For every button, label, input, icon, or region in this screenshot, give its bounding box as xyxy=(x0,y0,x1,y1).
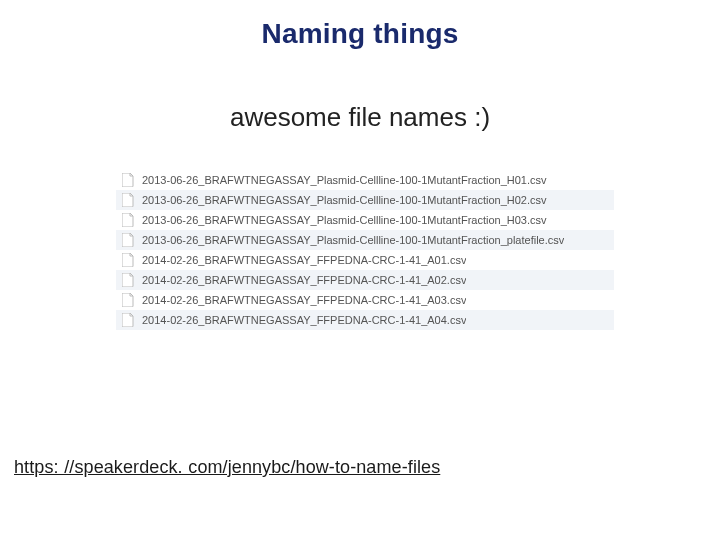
file-name: 2013-06-26_BRAFWTNEGASSAY_Plasmid-Cellli… xyxy=(142,174,547,186)
file-list: 2013-06-26_BRAFWTNEGASSAY_Plasmid-Cellli… xyxy=(116,170,614,330)
file-icon xyxy=(122,173,134,187)
slide-subtitle: awesome file names :) xyxy=(0,102,720,133)
file-name: 2013-06-26_BRAFWTNEGASSAY_Plasmid-Cellli… xyxy=(142,214,547,226)
file-row: 2014-02-26_BRAFWTNEGASSAY_FFPEDNA-CRC-1-… xyxy=(116,310,614,330)
file-row: 2013-06-26_BRAFWTNEGASSAY_Plasmid-Cellli… xyxy=(116,210,614,230)
file-name: 2014-02-26_BRAFWTNEGASSAY_FFPEDNA-CRC-1-… xyxy=(142,274,466,286)
file-row: 2014-02-26_BRAFWTNEGASSAY_FFPEDNA-CRC-1-… xyxy=(116,290,614,310)
file-row: 2014-02-26_BRAFWTNEGASSAY_FFPEDNA-CRC-1-… xyxy=(116,270,614,290)
file-icon xyxy=(122,313,134,327)
file-icon xyxy=(122,193,134,207)
file-row: 2013-06-26_BRAFWTNEGASSAY_Plasmid-Cellli… xyxy=(116,170,614,190)
file-icon xyxy=(122,273,134,287)
file-icon xyxy=(122,293,134,307)
file-icon xyxy=(122,213,134,227)
file-name: 2014-02-26_BRAFWTNEGASSAY_FFPEDNA-CRC-1-… xyxy=(142,294,466,306)
file-row: 2013-06-26_BRAFWTNEGASSAY_Plasmid-Cellli… xyxy=(116,190,614,210)
file-name: 2013-06-26_BRAFWTNEGASSAY_Plasmid-Cellli… xyxy=(142,234,564,246)
file-name: 2013-06-26_BRAFWTNEGASSAY_Plasmid-Cellli… xyxy=(142,194,547,206)
file-row: 2014-02-26_BRAFWTNEGASSAY_FFPEDNA-CRC-1-… xyxy=(116,250,614,270)
file-icon xyxy=(122,253,134,267)
slide-title: Naming things xyxy=(0,18,720,50)
file-row: 2013-06-26_BRAFWTNEGASSAY_Plasmid-Cellli… xyxy=(116,230,614,250)
citation-link[interactable]: https: //speakerdeck. com/jennybc/how-to… xyxy=(14,457,440,478)
file-name: 2014-02-26_BRAFWTNEGASSAY_FFPEDNA-CRC-1-… xyxy=(142,254,466,266)
slide: Naming things awesome file names :) 2013… xyxy=(0,0,720,540)
file-icon xyxy=(122,233,134,247)
file-name: 2014-02-26_BRAFWTNEGASSAY_FFPEDNA-CRC-1-… xyxy=(142,314,466,326)
